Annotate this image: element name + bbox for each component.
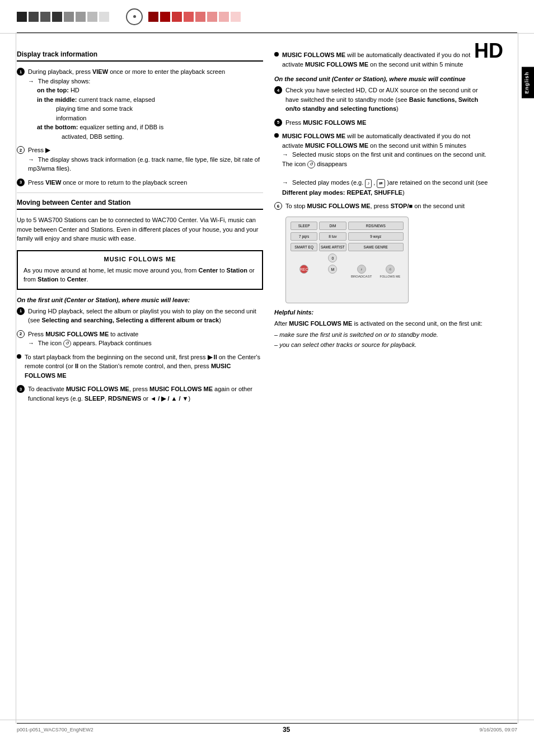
broadcast-label: BROADCAST (348, 275, 375, 278)
music-follows-me-btn: ♫ (386, 265, 395, 274)
footer-left: p001-p051_WACS700_EngNEW2 (17, 727, 93, 732)
bullet-dot-right (274, 52, 279, 57)
follows-me-label: FOLLOWS ME (377, 275, 404, 278)
num-4: 4 (274, 86, 282, 94)
first-unit-item-3-content: To deactivate MUSIC FOLLOWS ME, press MU… (28, 384, 263, 403)
moving-intro: Up to 5 WAS700 Stations can be to connec… (17, 215, 263, 243)
rec-btn: REC (299, 265, 308, 274)
header-bar (0, 0, 534, 34)
repeat-icon-2: ↺ (307, 161, 315, 168)
second-unit-item-6-content: To stop MUSIC FOLLOWS ME, press STOP/■ o… (285, 201, 493, 211)
second-unit-item-4-content: Check you have selected HD, CD or AUX so… (285, 86, 493, 114)
crosshair-icon (126, 8, 143, 25)
music-icon: ♪ (365, 179, 372, 188)
num-3b: 3 (17, 385, 25, 393)
mute-btn: M (328, 265, 337, 274)
footer: p001-p051_WACS700_EngNEW2 35 9/16/2005, … (0, 720, 534, 739)
page-number: 35 (283, 726, 290, 734)
second-unit-bullet-content: MUSIC FOLLOWS ME will be automatically d… (282, 132, 493, 197)
num-3: 3 (17, 179, 25, 186)
bullet-1 (17, 354, 21, 359)
english-tab: English (522, 67, 534, 98)
mfm-box: MUSIC FOLLOWS ME As you move around at h… (17, 250, 263, 290)
remote-control-image: SLEEP DIM RDS/NEWS 7 pqrs 8 tuv 9 wxyz S… (285, 217, 409, 303)
same-artist-btn: SAME ARTIST (319, 243, 346, 251)
arrow-icon (28, 77, 34, 86)
helpful-hints: Helpful hints: After MUSIC FOLLOWS ME is… (274, 309, 493, 350)
num-6: 6 (274, 202, 282, 210)
sleep-btn: SLEEP (291, 222, 317, 231)
helpful-hints-item-1: – make sure the first unit is switched o… (274, 330, 493, 340)
first-unit-bullet-content: To start playback from the beginning on … (25, 353, 263, 381)
second-unit-item-5: 5 Press MUSIC FOLLOWS ME (274, 118, 493, 128)
arrow-icon-5 (282, 178, 288, 187)
display-track-section-title: Display track information (17, 50, 263, 62)
zero-btn: 0 (328, 253, 337, 262)
second-unit-item-6: 6 To stop MUSIC FOLLOWS ME, press STOP/■… (274, 201, 493, 211)
dim-btn: DIM (319, 222, 346, 231)
second-unit-item-4: 4 Check you have selected HD, CD or AUX … (274, 86, 493, 114)
right-margin-line (518, 32, 518, 724)
track-item-3-content: Press VIEW once or more to return to the… (28, 178, 263, 187)
bullet-2 (274, 133, 279, 138)
first-unit-heading: On the first unit (Center or Station), w… (17, 297, 263, 303)
first-unit-item-2-content: Press MUSIC FOLLOWS ME to activate The i… (28, 330, 263, 348)
num-1: 1 (17, 68, 25, 76)
track-item-1: 1 During playback, press VIEW once or mo… (17, 67, 263, 141)
num-5: 5 (274, 119, 282, 126)
footer-right: 9/16/2005, 09:07 (479, 727, 517, 732)
num-2b: 2 (17, 330, 25, 338)
same-genre-btn: SAME GENRE (348, 243, 404, 251)
8-btn: 8 tuv (319, 232, 346, 241)
9-btn: 9 wxyz (348, 232, 404, 241)
auto-deactivate-text: MUSIC FOLLOWS ME will be automatically d… (282, 50, 493, 69)
helpful-hints-text: After MUSIC FOLLOWS ME is activated on t… (274, 319, 493, 328)
num-2: 2 (17, 146, 25, 154)
second-unit-item-5-content: Press MUSIC FOLLOWS ME (285, 118, 493, 128)
mfm-box-title: MUSIC FOLLOWS ME (24, 256, 256, 262)
num-1b: 1 (17, 307, 25, 315)
divider-1 (17, 192, 263, 193)
second-unit-bullet: MUSIC FOLLOWS ME will be automatically d… (274, 132, 493, 197)
first-unit-item-3: 3 To deactivate MUSIC FOLLOWS ME, press … (17, 384, 263, 403)
arrow-icon-2 (28, 155, 34, 165)
main-content: Display track information 1 During playb… (0, 39, 534, 419)
right-column: MUSIC FOLLOWS ME will be automatically d… (274, 50, 509, 407)
arrow-icon-4 (282, 150, 288, 159)
left-column: Display track information 1 During playb… (17, 50, 263, 407)
track-item-1-content: During playback, press VIEW once or more… (28, 67, 263, 141)
header-pattern-left (17, 12, 109, 22)
shuffle-icon: ⇄ (377, 179, 385, 188)
7-btn: 7 pqrs (291, 232, 317, 241)
arrow-icon-3 (28, 339, 34, 348)
left-margin-line (16, 32, 16, 724)
helpful-hints-item-2: – you can select other tracks or source … (274, 340, 493, 350)
top-divider (17, 32, 517, 33)
first-unit-item-1-content: During HD playback, select the album or … (28, 307, 263, 325)
first-unit-item-1: 1 During HD playback, select the album o… (17, 307, 263, 325)
header-pattern-right (148, 12, 241, 22)
track-item-2: 2 Press ▶ The display shows track inform… (17, 145, 263, 173)
auto-deactivate-note: MUSIC FOLLOWS ME will be automatically d… (274, 50, 493, 69)
track-item-3: 3 Press VIEW once or more to return to t… (17, 178, 263, 187)
first-unit-bullet: To start playback from the beginning on … (17, 353, 263, 381)
second-unit-heading: On the second unit (Center or Station), … (274, 76, 493, 82)
first-unit-item-2: 2 Press MUSIC FOLLOWS ME to activate The… (17, 330, 263, 348)
music-broadcast-btn: ♪ (357, 265, 366, 274)
track-item-2-content: Press ▶ The display shows track informat… (28, 145, 263, 173)
smart-eq-btn: SMART EQ (291, 243, 317, 251)
moving-section-title: Moving between Center and Station (17, 199, 263, 210)
mfm-box-text: As you move around at home, let music mo… (24, 266, 256, 284)
rds-news-btn: RDS/NEWS (348, 222, 404, 231)
repeat-icon: ↺ (63, 340, 71, 348)
hd-title: HD (474, 39, 503, 63)
